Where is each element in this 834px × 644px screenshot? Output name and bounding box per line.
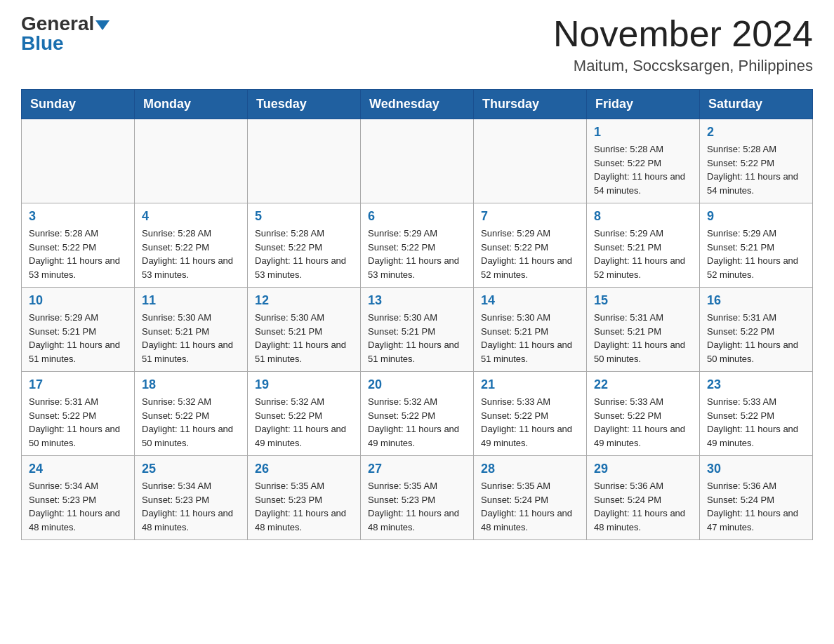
day-info: Sunrise: 5:34 AM Sunset: 5:23 PM Dayligh… <box>142 479 240 534</box>
day-number: 11 <box>142 293 240 308</box>
day-number: 2 <box>707 125 805 140</box>
location-subtitle: Maitum, Soccsksargen, Philippines <box>553 57 813 75</box>
day-number: 6 <box>368 209 466 224</box>
day-info: Sunrise: 5:28 AM Sunset: 5:22 PM Dayligh… <box>707 142 805 197</box>
day-number: 18 <box>142 377 240 392</box>
calendar-cell: 6Sunrise: 5:29 AM Sunset: 5:22 PM Daylig… <box>361 203 474 288</box>
weekday-header-sunday: Sunday <box>22 90 135 119</box>
calendar-cell: 21Sunrise: 5:33 AM Sunset: 5:22 PM Dayli… <box>474 372 587 456</box>
day-number: 3 <box>29 209 127 224</box>
weekday-header-tuesday: Tuesday <box>248 90 361 119</box>
calendar-cell: 17Sunrise: 5:31 AM Sunset: 5:22 PM Dayli… <box>22 372 135 456</box>
calendar-week-row: 10Sunrise: 5:29 AM Sunset: 5:21 PM Dayli… <box>22 288 813 372</box>
calendar-cell: 12Sunrise: 5:30 AM Sunset: 5:21 PM Dayli… <box>248 288 361 372</box>
day-info: Sunrise: 5:28 AM Sunset: 5:22 PM Dayligh… <box>142 227 240 281</box>
day-number: 9 <box>707 209 805 224</box>
day-number: 8 <box>594 209 692 224</box>
weekday-header-monday: Monday <box>135 90 248 119</box>
calendar-cell: 15Sunrise: 5:31 AM Sunset: 5:21 PM Dayli… <box>587 288 700 372</box>
calendar-cell: 18Sunrise: 5:32 AM Sunset: 5:22 PM Dayli… <box>135 372 248 456</box>
calendar-cell: 30Sunrise: 5:36 AM Sunset: 5:24 PM Dayli… <box>700 456 813 540</box>
calendar-cell: 20Sunrise: 5:32 AM Sunset: 5:22 PM Dayli… <box>361 372 474 456</box>
day-info: Sunrise: 5:29 AM Sunset: 5:22 PM Dayligh… <box>368 227 466 281</box>
day-info: Sunrise: 5:30 AM Sunset: 5:21 PM Dayligh… <box>368 311 466 365</box>
day-number: 19 <box>255 377 353 392</box>
day-number: 16 <box>707 293 805 308</box>
day-number: 20 <box>368 377 466 392</box>
day-info: Sunrise: 5:32 AM Sunset: 5:22 PM Dayligh… <box>368 395 466 450</box>
day-info: Sunrise: 5:36 AM Sunset: 5:24 PM Dayligh… <box>707 479 805 534</box>
day-info: Sunrise: 5:33 AM Sunset: 5:22 PM Dayligh… <box>481 395 579 450</box>
calendar-cell: 24Sunrise: 5:34 AM Sunset: 5:23 PM Dayli… <box>22 456 135 540</box>
day-info: Sunrise: 5:31 AM Sunset: 5:21 PM Dayligh… <box>594 311 692 365</box>
calendar-cell: 19Sunrise: 5:32 AM Sunset: 5:22 PM Dayli… <box>248 372 361 456</box>
calendar-cell: 2Sunrise: 5:28 AM Sunset: 5:22 PM Daylig… <box>700 119 813 203</box>
day-info: Sunrise: 5:31 AM Sunset: 5:22 PM Dayligh… <box>29 395 127 450</box>
day-info: Sunrise: 5:36 AM Sunset: 5:24 PM Dayligh… <box>594 479 692 534</box>
calendar-cell <box>135 119 248 203</box>
calendar-cell: 7Sunrise: 5:29 AM Sunset: 5:22 PM Daylig… <box>474 203 587 288</box>
day-info: Sunrise: 5:35 AM Sunset: 5:23 PM Dayligh… <box>255 479 353 534</box>
calendar-cell <box>22 119 135 203</box>
calendar-cell: 14Sunrise: 5:30 AM Sunset: 5:21 PM Dayli… <box>474 288 587 372</box>
day-number: 28 <box>481 462 579 476</box>
calendar-cell: 23Sunrise: 5:33 AM Sunset: 5:22 PM Dayli… <box>700 372 813 456</box>
calendar-cell <box>361 119 474 203</box>
calendar-cell: 3Sunrise: 5:28 AM Sunset: 5:22 PM Daylig… <box>22 203 135 288</box>
day-info: Sunrise: 5:33 AM Sunset: 5:22 PM Dayligh… <box>707 395 805 450</box>
day-number: 23 <box>707 377 805 392</box>
calendar-cell: 27Sunrise: 5:35 AM Sunset: 5:23 PM Dayli… <box>361 456 474 540</box>
day-info: Sunrise: 5:29 AM Sunset: 5:21 PM Dayligh… <box>707 227 805 281</box>
calendar-cell: 8Sunrise: 5:29 AM Sunset: 5:21 PM Daylig… <box>587 203 700 288</box>
day-info: Sunrise: 5:33 AM Sunset: 5:22 PM Dayligh… <box>594 395 692 450</box>
day-number: 26 <box>255 462 353 476</box>
calendar-week-row: 1Sunrise: 5:28 AM Sunset: 5:22 PM Daylig… <box>22 119 813 203</box>
weekday-header-friday: Friday <box>587 90 700 119</box>
day-info: Sunrise: 5:30 AM Sunset: 5:21 PM Dayligh… <box>481 311 579 365</box>
logo-general-text: General <box>21 14 110 34</box>
day-info: Sunrise: 5:29 AM Sunset: 5:21 PM Dayligh… <box>29 311 127 365</box>
month-title: November 2024 <box>553 14 813 54</box>
day-info: Sunrise: 5:28 AM Sunset: 5:22 PM Dayligh… <box>255 227 353 281</box>
calendar-cell: 10Sunrise: 5:29 AM Sunset: 5:21 PM Dayli… <box>22 288 135 372</box>
calendar-cell: 22Sunrise: 5:33 AM Sunset: 5:22 PM Dayli… <box>587 372 700 456</box>
day-info: Sunrise: 5:35 AM Sunset: 5:23 PM Dayligh… <box>368 479 466 534</box>
calendar-cell <box>248 119 361 203</box>
day-number: 4 <box>142 209 240 224</box>
weekday-header-thursday: Thursday <box>474 90 587 119</box>
calendar-week-row: 3Sunrise: 5:28 AM Sunset: 5:22 PM Daylig… <box>22 203 813 288</box>
calendar-cell: 25Sunrise: 5:34 AM Sunset: 5:23 PM Dayli… <box>135 456 248 540</box>
weekday-header-row: SundayMondayTuesdayWednesdayThursdayFrid… <box>22 90 813 119</box>
logo-blue-label: Blue <box>21 32 64 54</box>
day-info: Sunrise: 5:34 AM Sunset: 5:23 PM Dayligh… <box>29 479 127 534</box>
day-info: Sunrise: 5:30 AM Sunset: 5:21 PM Dayligh… <box>142 311 240 365</box>
logo-blue-text: Blue <box>21 34 64 53</box>
title-section: November 2024 Maitum, Soccsksargen, Phil… <box>553 14 813 75</box>
day-info: Sunrise: 5:32 AM Sunset: 5:22 PM Dayligh… <box>142 395 240 450</box>
calendar-table: SundayMondayTuesdayWednesdayThursdayFrid… <box>21 89 813 540</box>
day-info: Sunrise: 5:32 AM Sunset: 5:22 PM Dayligh… <box>255 395 353 450</box>
calendar-week-row: 17Sunrise: 5:31 AM Sunset: 5:22 PM Dayli… <box>22 372 813 456</box>
day-number: 24 <box>29 462 127 476</box>
logo: General Blue <box>21 14 110 53</box>
day-number: 27 <box>368 462 466 476</box>
calendar-cell: 28Sunrise: 5:35 AM Sunset: 5:24 PM Dayli… <box>474 456 587 540</box>
weekday-header-saturday: Saturday <box>700 90 813 119</box>
day-number: 22 <box>594 377 692 392</box>
page-header: General Blue November 2024 Maitum, Soccs… <box>21 14 813 75</box>
day-number: 1 <box>594 125 692 140</box>
day-info: Sunrise: 5:29 AM Sunset: 5:22 PM Dayligh… <box>481 227 579 281</box>
day-number: 7 <box>481 209 579 224</box>
day-info: Sunrise: 5:29 AM Sunset: 5:21 PM Dayligh… <box>594 227 692 281</box>
day-number: 15 <box>594 293 692 308</box>
day-number: 12 <box>255 293 353 308</box>
day-number: 14 <box>481 293 579 308</box>
day-number: 10 <box>29 293 127 308</box>
day-number: 13 <box>368 293 466 308</box>
calendar-cell: 5Sunrise: 5:28 AM Sunset: 5:22 PM Daylig… <box>248 203 361 288</box>
calendar-cell: 1Sunrise: 5:28 AM Sunset: 5:22 PM Daylig… <box>587 119 700 203</box>
logo-general-label: General <box>21 13 94 34</box>
calendar-cell: 26Sunrise: 5:35 AM Sunset: 5:23 PM Dayli… <box>248 456 361 540</box>
day-info: Sunrise: 5:28 AM Sunset: 5:22 PM Dayligh… <box>594 142 692 197</box>
calendar-cell: 16Sunrise: 5:31 AM Sunset: 5:22 PM Dayli… <box>700 288 813 372</box>
